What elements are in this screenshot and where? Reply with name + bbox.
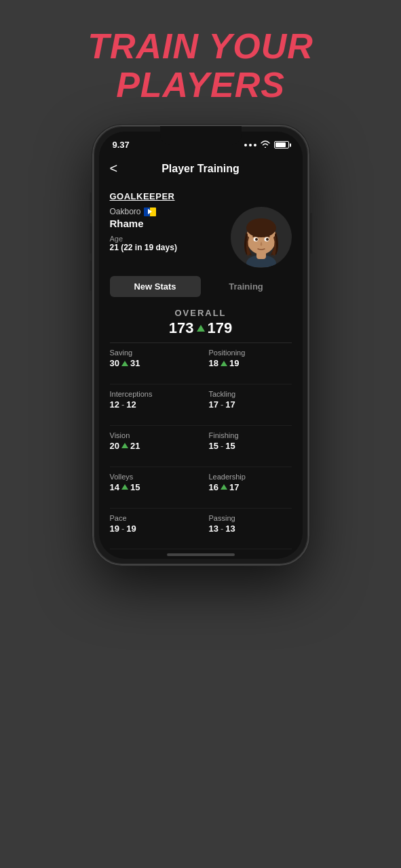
- stats-grid: Saving 30 31 Positioning 18 19 Intercept…: [99, 343, 303, 549]
- headline-line2: PLAYERS: [88, 66, 313, 104]
- stat-name: Positioning: [209, 349, 286, 357]
- stat-name: Saving: [110, 349, 195, 357]
- stat-values: 16 17: [209, 482, 286, 492]
- stat-old: 16: [209, 482, 218, 492]
- status-icons: [244, 140, 289, 150]
- player-section: GOALKEEPER Oakboro Rhame Age: [99, 184, 303, 268]
- stat-name: Pace: [110, 514, 195, 522]
- stat-new: 19: [126, 524, 136, 534]
- stat-up-arrow: [121, 484, 128, 490]
- stat-old: 13: [209, 524, 218, 534]
- stat-item: Positioning 18 19: [201, 343, 292, 384]
- stat-name: Tackling: [209, 390, 286, 398]
- overall-new-value: 179: [208, 319, 233, 337]
- phone-shell: 9.37: [92, 125, 309, 566]
- stat-item: Passing 13 - 13: [201, 509, 292, 550]
- stat-old: 12: [110, 399, 119, 410]
- player-avatar: [231, 207, 292, 268]
- stat-new: 17: [225, 399, 235, 410]
- player-name: Rhame: [110, 218, 231, 229]
- stat-separator: -: [221, 524, 223, 534]
- player-details: Oakboro Rhame Age 21 (22 in 19 days): [110, 207, 231, 252]
- stat-separator: -: [221, 441, 223, 451]
- nav-bar: < Player Training: [99, 154, 303, 184]
- overall-label: OVERALL: [110, 308, 292, 318]
- stat-old: 18: [209, 358, 218, 368]
- overall-section: OVERALL 173 179: [99, 302, 303, 342]
- stat-new: 17: [229, 482, 239, 492]
- headline: TRAIN YOUR PLAYERS: [88, 27, 313, 104]
- tab-new-stats[interactable]: New Stats: [110, 276, 201, 297]
- player-age-value: 21 (22 in 19 days): [110, 243, 231, 252]
- stat-new: 31: [130, 358, 140, 368]
- stat-values: 12 - 12: [110, 399, 195, 410]
- stat-item: Pace 19 - 19: [110, 509, 201, 550]
- stat-item: Leadership 16 17: [201, 467, 292, 509]
- stat-values: 19 - 19: [110, 524, 195, 534]
- stat-values: 17 - 17: [209, 399, 286, 410]
- stat-old: 14: [110, 482, 119, 492]
- stat-up-arrow: [221, 361, 227, 366]
- wifi-icon: [261, 140, 270, 150]
- stat-values: 20 21: [110, 441, 195, 451]
- stat-item: Saving 30 31: [110, 343, 201, 384]
- club-name: Oakboro: [110, 207, 141, 216]
- stat-new: 12: [126, 399, 136, 410]
- flag-icon: [144, 208, 156, 216]
- stat-item: Finishing 15 - 15: [201, 426, 292, 467]
- stat-values: 18 19: [209, 358, 286, 368]
- stat-old: 30: [110, 358, 119, 368]
- battery-icon: [274, 141, 289, 149]
- stat-name: Passing: [209, 514, 286, 522]
- phone-wrapper: 9.37: [92, 125, 309, 566]
- stat-item: Interceptions 12 - 12: [110, 384, 201, 426]
- volume-down-button: [90, 260, 92, 291]
- overall-values: 173 179: [110, 319, 292, 337]
- stat-values: 30 31: [110, 358, 195, 368]
- stat-new: 15: [130, 482, 140, 492]
- status-time: 9.37: [113, 140, 130, 150]
- stat-name: Interceptions: [110, 390, 195, 398]
- notch: [160, 126, 242, 145]
- stat-new: 21: [130, 441, 140, 451]
- mute-button: [90, 193, 92, 213]
- stat-new: 19: [229, 358, 239, 368]
- back-button[interactable]: <: [110, 158, 123, 179]
- stat-values: 13 - 13: [209, 524, 286, 534]
- stat-old: 17: [209, 399, 218, 410]
- tab-training[interactable]: Training: [201, 276, 292, 297]
- stat-old: 20: [110, 441, 119, 451]
- nav-title: Player Training: [161, 163, 240, 175]
- phone-screen: 9.37: [99, 132, 303, 559]
- stat-values: 14 15: [110, 482, 195, 492]
- stat-name: Volleys: [110, 473, 195, 481]
- player-club: Oakboro: [110, 207, 231, 216]
- stat-new: 13: [225, 524, 235, 534]
- avatar-svg: [231, 208, 291, 267]
- stat-separator: -: [121, 399, 124, 410]
- power-button: [309, 213, 312, 254]
- overall-up-arrow: [197, 325, 205, 332]
- stat-item: Volleys 14 15: [110, 467, 201, 509]
- volume-up-button: [90, 223, 92, 254]
- stat-separator: -: [121, 524, 124, 534]
- stat-name: Vision: [110, 431, 195, 439]
- signal-icon: [244, 144, 256, 146]
- home-bar: [167, 553, 235, 556]
- stat-old: 19: [110, 524, 119, 534]
- svg-point-4: [246, 218, 276, 237]
- stat-up-arrow: [121, 361, 128, 366]
- player-position: GOALKEEPER: [110, 191, 292, 201]
- home-indicator: [99, 549, 303, 559]
- stat-new: 15: [225, 441, 235, 451]
- overall-old-value: 173: [169, 319, 194, 337]
- stat-values: 15 - 15: [209, 441, 286, 451]
- svg-point-7: [255, 238, 258, 241]
- stat-name: Leadership: [209, 473, 286, 481]
- stat-separator: -: [221, 399, 223, 410]
- headline-line1: TRAIN YOUR: [88, 27, 313, 66]
- stat-up-arrow: [121, 443, 128, 448]
- stat-old: 15: [209, 441, 218, 451]
- svg-point-8: [266, 238, 269, 241]
- stat-item: Tackling 17 - 17: [201, 384, 292, 426]
